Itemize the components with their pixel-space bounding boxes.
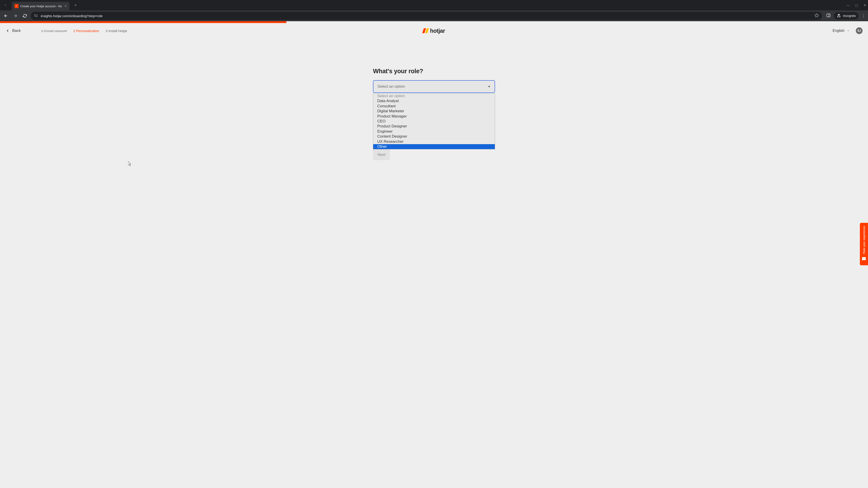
tab-title: Create your Hotjar account - Ho	[20, 4, 62, 8]
role-form: What's your role? Select an option ▼ Sel…	[373, 68, 495, 160]
back-nav-icon[interactable]	[2, 12, 9, 20]
option-product-designer[interactable]: Product Designer	[373, 124, 495, 129]
option-other[interactable]: Other	[373, 144, 495, 149]
back-label: Back	[12, 29, 21, 33]
option-engineer[interactable]: Engineer	[373, 129, 495, 134]
url-text: insights.hotjar.com/onboarding?step=role	[41, 14, 812, 18]
feedback-widget[interactable]: Rate your experience	[860, 223, 868, 265]
mouse-cursor	[128, 161, 132, 166]
incognito-badge[interactable]: Incognito	[834, 12, 859, 20]
progress-bar	[0, 21, 286, 23]
browser-tab-strip: Create your Hotjar account - Ho × + ― ▢ …	[0, 0, 868, 10]
option-consultant[interactable]: Consultant	[373, 104, 495, 109]
option-product-manager[interactable]: Product Manager	[373, 114, 495, 119]
select-placeholder: Select an option	[377, 84, 405, 89]
role-select-trigger[interactable]: Select an option ▼	[373, 80, 495, 93]
user-avatar[interactable]: EJ	[856, 27, 863, 34]
browser-tab[interactable]: Create your Hotjar account - Ho ×	[12, 2, 69, 10]
avatar-initials: EJ	[858, 29, 861, 32]
role-dropdown: Select an option Data Analyst Consultant…	[373, 93, 495, 149]
option-data-analyst[interactable]: Data Analyst	[373, 98, 495, 103]
svg-point-0	[35, 14, 35, 15]
chat-icon	[862, 257, 866, 262]
option-ceo[interactable]: CEO	[373, 119, 495, 124]
minimize-icon[interactable]: ―	[846, 3, 850, 7]
svg-point-1	[37, 16, 37, 17]
browser-menu-icon[interactable]: ⋮	[862, 13, 866, 18]
close-window-icon[interactable]: ✕	[864, 3, 866, 7]
hotjar-logo[interactable]: hotjar	[423, 28, 445, 34]
back-button[interactable]: Back	[5, 29, 21, 33]
option-digital-marketer[interactable]: Digital Marketer	[373, 109, 495, 113]
step-personalization: 2 Personalization	[73, 29, 99, 33]
feedback-label: Rate your experience	[862, 226, 866, 254]
language-selector[interactable]: English	[833, 29, 849, 33]
option-ux-researcher[interactable]: UX Researcher	[373, 139, 495, 144]
close-tab-icon[interactable]: ×	[65, 4, 67, 8]
new-tab-button[interactable]: +	[72, 2, 79, 8]
svg-rect-3	[827, 14, 830, 17]
hotjar-logo-icon	[423, 28, 428, 33]
hotjar-logo-text: hotjar	[430, 28, 445, 34]
svg-marker-2	[815, 13, 819, 17]
language-label: English	[833, 29, 844, 33]
option-placeholder[interactable]: Select an option	[373, 94, 495, 98]
incognito-label: Incognito	[843, 14, 856, 18]
url-bar[interactable]: insights.hotjar.com/onboarding?step=role	[31, 12, 822, 20]
site-settings-icon[interactable]	[34, 13, 38, 18]
next-button[interactable]: Next	[373, 149, 390, 160]
option-content-designer[interactable]: Content Designer	[373, 134, 495, 139]
forward-nav-icon[interactable]	[12, 12, 19, 20]
browser-nav-bar: insights.hotjar.com/onboarding?step=role…	[0, 10, 868, 21]
hotjar-favicon	[14, 4, 19, 8]
side-panel-icon[interactable]	[826, 13, 831, 19]
maximize-icon[interactable]: ▢	[855, 3, 858, 7]
window-controls: ― ▢ ✕	[846, 3, 866, 7]
question-heading: What's your role?	[373, 68, 495, 75]
onboarding-steps: 1 Create account 2 Personalization 3 Ins…	[41, 29, 127, 33]
bookmark-star-icon[interactable]	[814, 13, 819, 19]
step-create-account: 1 Create account	[41, 29, 67, 33]
chevron-down-icon: ▼	[488, 85, 491, 88]
step-install-hotjar: 3 Install Hotjar	[105, 29, 127, 33]
page-content: Back 1 Create account 2 Personalization …	[0, 21, 868, 488]
page-header: Back 1 Create account 2 Personalization …	[0, 23, 868, 38]
tab-search-dropdown[interactable]	[2, 2, 9, 9]
reload-icon[interactable]	[21, 12, 29, 20]
role-select: Select an option ▼ Select an option Data…	[373, 80, 495, 93]
